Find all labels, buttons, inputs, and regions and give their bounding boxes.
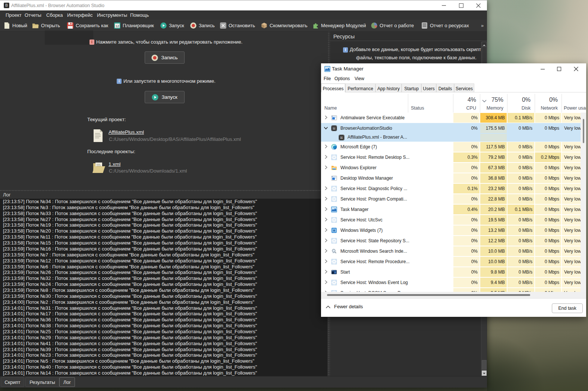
svg-text:B: B <box>340 136 343 139</box>
svg-text:12: 12 <box>116 24 119 28</box>
svg-text:B: B <box>333 127 335 130</box>
